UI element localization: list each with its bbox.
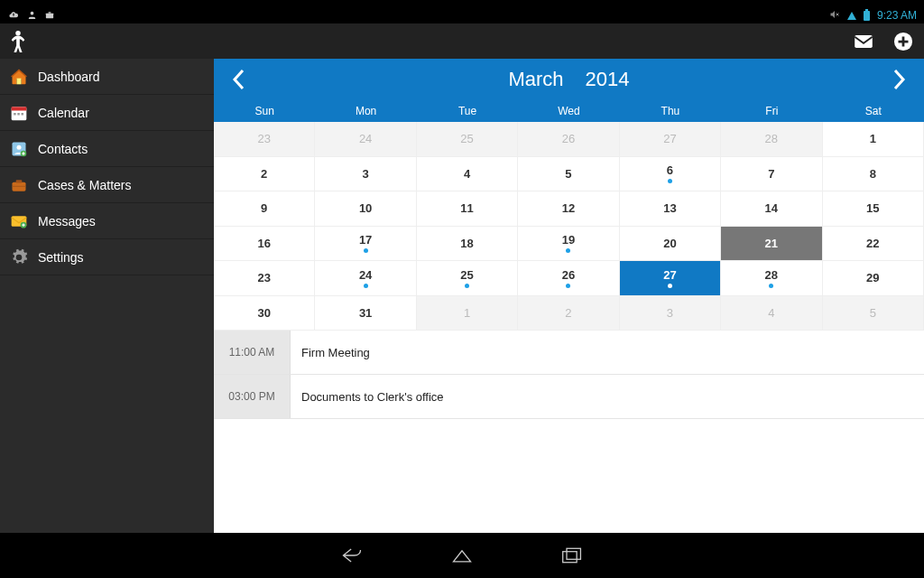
calendar-day[interactable]: 25 <box>417 261 518 296</box>
calendar-day[interactable]: 13 <box>620 191 721 227</box>
calendar-day[interactable]: 30 <box>214 296 315 331</box>
battery-icon <box>864 11 870 21</box>
weekday-label: Mon <box>315 100 416 122</box>
calendar-day[interactable]: 21 <box>721 227 822 262</box>
svg-rect-16 <box>16 180 23 182</box>
svg-rect-9 <box>14 113 16 116</box>
home-button[interactable] <box>448 541 476 570</box>
app-logo-icon[interactable] <box>5 29 31 54</box>
event-dot-icon <box>769 284 773 288</box>
calendar-header: March 2014 <box>214 59 924 100</box>
calendar-day[interactable]: 9 <box>214 191 315 227</box>
calendar-day[interactable]: 27 <box>620 261 721 296</box>
weekday-label: Thu <box>620 100 721 122</box>
calendar-day[interactable]: 6 <box>620 157 721 192</box>
add-icon[interactable] <box>893 32 913 51</box>
event-list: 11:00 AMFirm Meeting03:00 PMDocuments to… <box>214 331 924 533</box>
svg-rect-4 <box>855 34 873 47</box>
calendar-month[interactable]: March <box>508 68 563 91</box>
mail-icon[interactable] <box>854 34 873 49</box>
calendar-day[interactable]: 8 <box>823 157 924 192</box>
event-dot-icon <box>668 179 672 183</box>
svg-rect-21 <box>567 548 580 559</box>
calendar-day[interactable]: 7 <box>721 157 822 192</box>
mute-icon <box>829 9 840 23</box>
sidebar-item-label: Calendar <box>38 106 89 120</box>
calendar-day[interactable]: 22 <box>823 227 924 262</box>
event-dot-icon <box>668 284 672 288</box>
event-time: 11:00 AM <box>214 331 291 374</box>
sidebar-item-settings[interactable]: Settings <box>0 239 214 275</box>
weekday-label: Fri <box>721 100 822 122</box>
back-button[interactable] <box>337 541 366 570</box>
calendar-day[interactable]: 17 <box>315 227 416 262</box>
briefcase-icon <box>9 175 29 195</box>
sidebar-item-cases[interactable]: Cases & Matters <box>0 167 214 203</box>
calendar-day[interactable]: 4 <box>721 296 822 331</box>
cloud-upload-icon <box>7 10 20 22</box>
calendar-year[interactable]: 2014 <box>586 68 630 91</box>
status-time: 9:23 AM <box>877 9 917 22</box>
app-bar <box>0 23 924 59</box>
calendar-day[interactable]: 16 <box>214 227 315 262</box>
sidebar-item-calendar[interactable]: Calendar <box>0 95 214 131</box>
weekday-label: Sun <box>214 100 315 122</box>
event-time: 03:00 PM <box>214 375 291 418</box>
calendar-day[interactable]: 10 <box>315 191 416 227</box>
event-title: Firm Meeting <box>291 331 924 374</box>
calendar-day[interactable]: 26 <box>518 122 619 157</box>
calendar-day[interactable]: 23 <box>214 122 315 157</box>
main-panel: March 2014 SunMonTueWedThuFriSat 2324252… <box>214 59 924 533</box>
event-row[interactable]: 11:00 AMFirm Meeting <box>214 331 924 375</box>
calendar-day[interactable]: 15 <box>823 191 924 227</box>
calendar-day[interactable]: 31 <box>315 296 416 331</box>
calendar-day[interactable]: 18 <box>417 227 518 262</box>
status-bar: 9:23 AM <box>0 7 924 23</box>
sidebar-item-label: Settings <box>38 250 84 265</box>
calendar-day[interactable]: 12 <box>518 191 619 227</box>
calendar-day[interactable]: 26 <box>518 261 619 296</box>
calendar-grid: 2324252627281234567891011121314151617181… <box>214 122 924 331</box>
calendar-day[interactable]: 3 <box>620 296 721 331</box>
svg-rect-10 <box>17 113 20 116</box>
calendar-day[interactable]: 25 <box>417 122 518 157</box>
calendar-day[interactable]: 14 <box>721 191 822 227</box>
calendar-day[interactable]: 3 <box>315 157 416 192</box>
sidebar: Dashboard Calendar Contacts Cases & Matt… <box>0 59 214 533</box>
calendar-day[interactable]: 24 <box>315 261 416 296</box>
signal-icon <box>847 12 856 20</box>
calendar-day[interactable]: 28 <box>721 122 822 157</box>
prev-month-button[interactable] <box>217 59 259 100</box>
calendar-day[interactable]: 23 <box>214 261 315 296</box>
sidebar-item-messages[interactable]: Messages <box>0 203 214 239</box>
calendar-day[interactable]: 1 <box>417 296 518 331</box>
calendar-day[interactable]: 20 <box>620 227 721 262</box>
next-month-button[interactable] <box>879 59 920 100</box>
svg-rect-15 <box>13 182 26 191</box>
calendar-day[interactable]: 4 <box>417 157 518 192</box>
calendar-day[interactable]: 28 <box>721 261 822 296</box>
event-row[interactable]: 03:00 PMDocuments to Clerk's office <box>214 375 924 419</box>
event-dot-icon <box>364 248 368 253</box>
svg-rect-8 <box>12 107 27 110</box>
calendar-day[interactable]: 2 <box>214 157 315 192</box>
event-dot-icon <box>465 284 469 288</box>
weekday-label: Wed <box>518 100 619 122</box>
calendar-day[interactable]: 5 <box>518 157 619 192</box>
calendar-icon <box>9 103 29 123</box>
event-dot-icon <box>566 248 570 253</box>
sidebar-item-dashboard[interactable]: Dashboard <box>0 59 214 95</box>
calendar-day[interactable]: 19 <box>518 227 619 262</box>
calendar-day[interactable]: 1 <box>823 122 924 157</box>
calendar-day[interactable]: 24 <box>315 122 416 157</box>
calendar-day[interactable]: 29 <box>823 261 924 296</box>
svg-rect-6 <box>17 78 22 84</box>
calendar-day[interactable]: 5 <box>823 296 924 331</box>
svg-rect-2 <box>49 12 51 13</box>
recent-apps-button[interactable] <box>558 541 587 570</box>
calendar-day[interactable]: 27 <box>620 122 721 157</box>
calendar-day[interactable]: 11 <box>417 191 518 227</box>
sidebar-item-contacts[interactable]: Contacts <box>0 131 214 167</box>
weekday-header: SunMonTueWedThuFriSat <box>214 100 924 122</box>
calendar-day[interactable]: 2 <box>518 296 619 331</box>
